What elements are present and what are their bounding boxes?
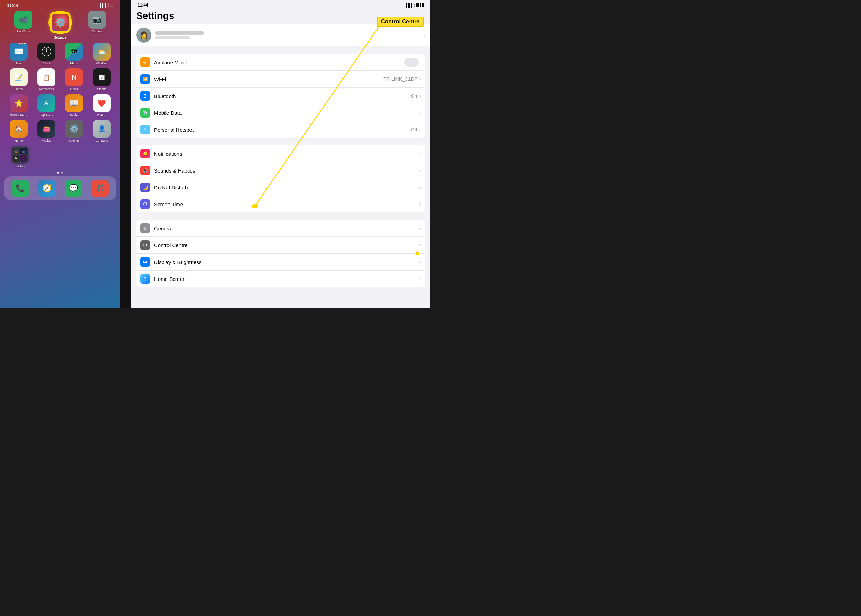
reminders-icon: 📋 [38, 68, 55, 86]
screentime-icon: ⏱ [140, 200, 150, 209]
weather-icon: ⛅ [93, 42, 111, 61]
notifications-row[interactable]: 🔔 Notifications › [136, 145, 425, 162]
wifi-settings-icon: 📶 [140, 74, 150, 84]
notes-label: Notes [14, 87, 23, 91]
status-icons-right: ▐▐▐ ⌇ ▐▐ [405, 3, 423, 7]
notifications-chevron: › [419, 151, 421, 156]
itunes-icon: ⭐ [9, 94, 27, 112]
annotation-dot [416, 251, 420, 255]
control-centre-chevron: › [419, 242, 421, 248]
app-row-4: ⭐ iTunes Store A App Store 📖 Books ❤️ He… [5, 94, 115, 116]
middle-gap [120, 0, 131, 308]
sounds-chevron: › [419, 168, 421, 173]
app-utilities[interactable]: 📻 📺 🖩 📱 Utilities [8, 146, 31, 168]
wifi-row[interactable]: 📶 Wi-Fi TP-LINK_C1DF › [136, 71, 425, 88]
dock-phone[interactable]: 📞 [10, 180, 30, 197]
app-camera[interactable]: 📷 Camera [85, 11, 109, 39]
airplane-mode-row[interactable]: ✈ Airplane Mode [136, 54, 425, 71]
hotspot-row[interactable]: ⊕ Personal Hotspot Off › [136, 121, 425, 138]
screentime-row[interactable]: ⏱ Screen Time › [136, 196, 425, 212]
general-label: General [154, 225, 419, 231]
weather-label: Weather [96, 61, 108, 65]
app-wallet[interactable]: 👛 Wallet [35, 120, 58, 142]
hotspot-chevron: › [419, 127, 421, 132]
display-chevron: › [419, 259, 421, 265]
camera-icon: 📷 [88, 11, 106, 28]
books-label: Books [70, 113, 79, 116]
display-icon: AA [140, 257, 150, 267]
app-weather[interactable]: ⛅ Weather [90, 42, 113, 65]
general-row[interactable]: ⚙ General › [136, 220, 425, 237]
app-appstore[interactable]: A App Store [35, 94, 58, 116]
books-icon: 📖 [65, 94, 83, 112]
display-label: Display & Brightness [154, 259, 419, 265]
signal-right: ▐▐▐ [405, 3, 412, 7]
bluetooth-row[interactable]: B Bluetooth On › [136, 88, 425, 105]
app-contacts[interactable]: 👤 Contacts [90, 120, 113, 142]
app-settings2[interactable]: ⚙️ Settings [62, 120, 86, 142]
sounds-row[interactable]: 🔊 Sounds & Haptics › [136, 162, 425, 179]
time-left: 11:44 [7, 3, 18, 8]
mail-badge: 109,132 [17, 42, 27, 44]
dock-messages[interactable]: 💬 [64, 180, 83, 197]
signal-icon: ▐▐▐ [99, 3, 106, 7]
appstore-icon: A [38, 94, 55, 112]
app-health[interactable]: ❤️ Health [90, 94, 113, 116]
airplane-toggle[interactable] [405, 58, 419, 67]
app-mail[interactable]: ✉️ 109,132 Mail [7, 42, 30, 65]
dock-safari[interactable]: 🧭 [37, 180, 57, 197]
status-bar-right: 11:44 ▐▐▐ ⌇ ▐▐ [131, 0, 430, 9]
utilities-label: Utilities [15, 165, 25, 168]
display-brightness-row[interactable]: AA Display & Brightness › [136, 254, 425, 270]
itunes-label: iTunes Store [10, 113, 27, 116]
mobile-data-label: Mobile Data [154, 110, 419, 116]
app-facetime[interactable]: 📹 FaceTime [12, 11, 35, 39]
dock-music[interactable]: 🎵 [90, 180, 110, 197]
app-row-3: 📝 Notes 📋 Reminders N News 📈 Stocks [5, 68, 115, 91]
app-row-5: 🏠 Home 👛 Wallet ⚙️ Settings 👤 Contacts [5, 120, 115, 142]
svg-text:12: 12 [44, 49, 46, 50]
app-reminders[interactable]: 📋 Reminders [35, 68, 58, 91]
settings2-label: Settings [68, 139, 80, 142]
user-profile-row[interactable]: 👩 › [131, 24, 430, 46]
settings-icon-main: ⚙️ [50, 13, 70, 32]
stocks-label: Stocks [97, 87, 106, 91]
screentime-label: Screen Time [154, 201, 419, 207]
notifications-label: Notifications [154, 151, 419, 157]
sounds-icon: 🔊 [140, 166, 150, 175]
control-centre-row[interactable]: ⚙ Control Centre › [136, 237, 425, 254]
maps-label: Maps [70, 61, 78, 65]
app-news[interactable]: N News [62, 68, 86, 91]
app-books[interactable]: 📖 Books [62, 94, 86, 116]
bluetooth-value: On [411, 93, 417, 99]
stocks-icon: 📈 [93, 68, 111, 86]
app-stocks[interactable]: 📈 Stocks [90, 68, 113, 91]
dot-2 [61, 171, 63, 174]
user-sub-blurred [156, 36, 190, 39]
appstore-label: App Store [39, 113, 53, 116]
wifi-chevron: › [419, 76, 421, 82]
wifi-right: ⌇ [413, 3, 415, 7]
app-maps[interactable]: 🗺 Maps [62, 42, 86, 65]
right-phone: Control Centre 11:44 ▐▐▐ ⌇ ▐▐ Settings 👩… [131, 0, 430, 308]
home-icon: 🏠 [9, 120, 27, 138]
reminders-label: Reminders [39, 87, 54, 91]
app-clock[interactable]: 12 Clock [35, 42, 58, 65]
battery-right: ▐▐ [416, 3, 423, 7]
app-home[interactable]: 🏠 Home [7, 120, 30, 142]
news-icon: N [65, 68, 83, 86]
app-settings-highlighted[interactable]: ⚙️ Settings [49, 11, 72, 39]
mobile-data-row[interactable]: 📡 Mobile Data › [136, 105, 425, 121]
left-phone: 11:44 ▐▐▐ ⌇ ▭ 📹 FaceTime ⚙️ Settings [0, 0, 120, 308]
facetime-icon: 📹 [14, 11, 32, 28]
clock-label: Clock [42, 61, 50, 65]
camera-label: Camera [91, 30, 102, 33]
app-notes[interactable]: 📝 Notes [7, 68, 30, 91]
utilities-icon: 📻 📺 🖩 📱 [11, 146, 29, 163]
general-chevron: › [419, 225, 421, 231]
status-bar-left: 11:44 ▐▐▐ ⌇ ▭ [0, 0, 120, 9]
dnd-row[interactable]: 🌙 Do Not Disturb › [136, 179, 425, 196]
homescreen-row[interactable]: ⊞ Home Screen › [136, 270, 425, 287]
app-itunes[interactable]: ⭐ iTunes Store [7, 94, 30, 116]
mail-label: Mail [16, 61, 22, 65]
